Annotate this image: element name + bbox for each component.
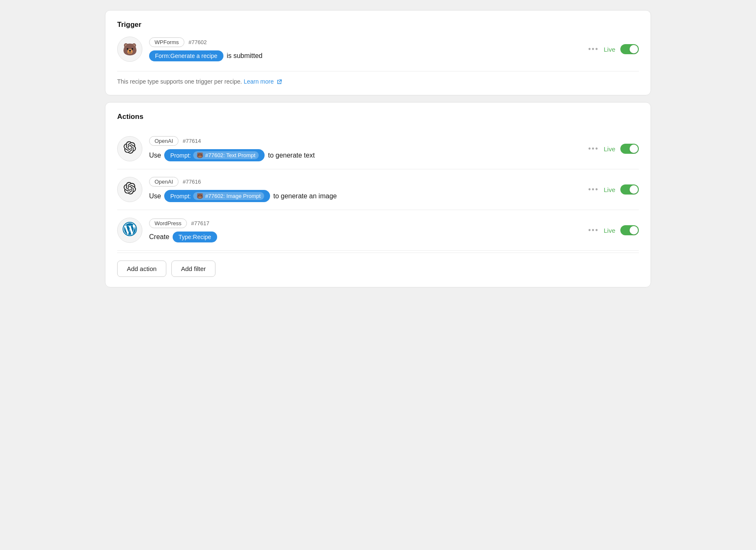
action2-badge: OpenAI (149, 177, 178, 187)
action-item-2: OpenAI #77616 Use Prompt: 🐻 #77602: Imag… (117, 169, 639, 210)
action2-right: ••• Live (588, 184, 639, 195)
action1-inner-badge: 🐻 #77602: Text Prompt (193, 151, 259, 159)
add-buttons-row: Add action Add filter (117, 253, 639, 277)
action3-prefix: Create (149, 233, 169, 241)
openai-icon-2 (123, 182, 136, 197)
trigger-info: This recipe type supports one trigger pe… (117, 71, 639, 85)
action1-live-label: Live (604, 145, 615, 153)
action-item-3: WordPress #77617 Create Type:Recipe ••• … (117, 210, 639, 251)
wpforms-emoji: 🐻 (123, 42, 137, 56)
trigger-right: ••• Live (588, 44, 639, 54)
trigger-toggle-track (620, 44, 639, 54)
trigger-badge: WPForms (149, 37, 184, 47)
trigger-live-label: Live (604, 46, 615, 53)
main-container: Trigger 🐻 WPForms #77602 Form:Generate a… (105, 10, 651, 287)
action1-prefix: Use (149, 152, 161, 159)
trigger-learn-more-label: Learn more (244, 78, 274, 85)
action3-avatar (117, 218, 142, 243)
trigger-toggle-thumb (630, 45, 638, 53)
actions-title: Actions (117, 113, 639, 121)
trigger-description: Form:Generate a recipe is submitted (149, 50, 582, 61)
action2-content: OpenAI #77616 Use Prompt: 🐻 #77602: Imag… (149, 177, 582, 202)
action2-toggle-thumb (630, 185, 638, 194)
action2-inner-emoji: 🐻 (197, 193, 203, 199)
action2-description: Use Prompt: 🐻 #77602: Image Prompt to ge… (149, 190, 582, 202)
action3-meta: WordPress #77617 (149, 218, 582, 228)
action3-toggle[interactable] (620, 225, 639, 235)
action1-meta: OpenAI #77614 (149, 136, 582, 146)
action2-live-label: Live (604, 186, 615, 193)
action1-more-dots[interactable]: ••• (588, 145, 599, 153)
action3-live-label: Live (604, 227, 615, 234)
trigger-title: Trigger (117, 21, 639, 29)
action2-toggle[interactable] (620, 184, 639, 195)
trigger-toggle[interactable] (620, 44, 639, 54)
add-filter-button[interactable]: Add filter (171, 261, 215, 277)
action2-inner-badge: 🐻 #77602: Image Prompt (193, 192, 264, 200)
action1-suffix: to generate text (268, 152, 315, 159)
action3-content: WordPress #77617 Create Type:Recipe (149, 218, 582, 242)
external-link-icon (277, 79, 282, 84)
wordpress-icon (123, 222, 137, 239)
action1-content: OpenAI #77614 Use Prompt: 🐻 #77602: Text… (149, 136, 582, 161)
action2-more-dots[interactable]: ••• (588, 185, 599, 194)
action1-toggle-track (620, 144, 639, 154)
trigger-description-text: is submitted (227, 52, 262, 60)
action2-avatar (117, 177, 142, 202)
trigger-form-tag[interactable]: Form:Generate a recipe (149, 50, 223, 61)
trigger-info-text: This recipe type supports one trigger pe… (117, 78, 242, 85)
action2-prompt-tag[interactable]: Prompt: 🐻 #77602: Image Prompt (164, 190, 270, 202)
trigger-avatar: 🐻 (117, 37, 142, 62)
action2-suffix: to generate an image (273, 192, 337, 200)
action-item-1: OpenAI #77614 Use Prompt: 🐻 #77602: Text… (117, 129, 639, 169)
action1-toggle-thumb (630, 145, 638, 153)
action1-toggle[interactable] (620, 144, 639, 154)
trigger-learn-more-link[interactable]: Learn more (244, 78, 281, 85)
trigger-id: #77602 (189, 39, 207, 45)
action1-id: #77614 (183, 138, 201, 144)
action3-type-tag[interactable]: Type:Recipe (173, 232, 217, 242)
action3-toggle-track (620, 225, 639, 235)
actions-card: Actions OpenAI #77614 Use Prompt: (105, 102, 651, 287)
action2-id: #77616 (183, 179, 201, 185)
action3-right: ••• Live (588, 225, 639, 235)
action2-prompt-label: Prompt: (170, 193, 191, 200)
action1-prompt-tag[interactable]: Prompt: 🐻 #77602: Text Prompt (164, 149, 265, 161)
trigger-more-dots[interactable]: ••• (588, 45, 599, 54)
trigger-content: WPForms #77602 Form:Generate a recipe is… (149, 37, 582, 61)
action2-prefix: Use (149, 192, 161, 200)
action1-badge: OpenAI (149, 136, 178, 146)
action1-inner-emoji: 🐻 (197, 152, 203, 158)
action2-toggle-track (620, 184, 639, 195)
openai-icon-1 (123, 141, 136, 157)
action2-inner-text: #77602: Image Prompt (205, 193, 260, 199)
trigger-row: 🐻 WPForms #77602 Form:Generate a recipe … (117, 37, 639, 69)
action1-inner-text: #77602: Text Prompt (205, 152, 255, 158)
action2-meta: OpenAI #77616 (149, 177, 582, 187)
action3-toggle-thumb (630, 226, 638, 234)
add-action-button[interactable]: Add action (117, 261, 166, 277)
action3-more-dots[interactable]: ••• (588, 226, 599, 235)
action1-right: ••• Live (588, 144, 639, 154)
action3-badge: WordPress (149, 218, 187, 228)
trigger-card: Trigger 🐻 WPForms #77602 Form:Generate a… (105, 10, 651, 95)
action3-description: Create Type:Recipe (149, 232, 582, 242)
action1-description: Use Prompt: 🐻 #77602: Text Prompt to gen… (149, 149, 582, 161)
trigger-meta: WPForms #77602 (149, 37, 582, 47)
action1-avatar (117, 136, 142, 161)
action3-id: #77617 (191, 220, 209, 226)
action1-prompt-label: Prompt: (170, 152, 191, 159)
